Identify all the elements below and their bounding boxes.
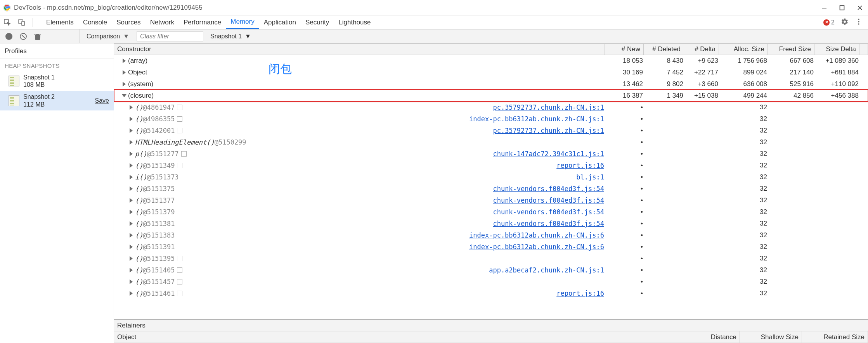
source-link[interactable]: chunk-vendors.f004ed3f.js:54: [493, 196, 604, 204]
expand-toggle-icon[interactable]: [130, 210, 133, 214]
settings-gear-icon[interactable]: [841, 18, 849, 27]
ret-col-distance[interactable]: Distance: [697, 331, 740, 343]
source-link[interactable]: chunk-vendors.f004ed3f.js:54: [493, 220, 604, 228]
expand-toggle-icon[interactable]: [130, 117, 133, 121]
view-mode-dropdown[interactable]: Comparison ▼: [83, 31, 133, 41]
ret-col-shallow[interactable]: Shallow Size: [740, 331, 802, 343]
closure-row[interactable]: () @5151391index-pc.bb6312ab.chunk.zh-CN…: [114, 241, 868, 253]
expand-toggle-icon[interactable]: [130, 221, 133, 226]
source-link[interactable]: chunk-vendors.f004ed3f.js:54: [493, 208, 604, 216]
tab-sources[interactable]: Sources: [112, 16, 145, 29]
record-button[interactable]: [5, 33, 12, 40]
constructor-row[interactable]: (closure)16 3871 349+15 038499 24442 856…: [114, 90, 868, 102]
col-deleted[interactable]: # Deleted: [644, 44, 684, 55]
closure-row[interactable]: () @4861947pc.35792737.chunk.zh-CN.js:1•…: [114, 102, 868, 113]
closure-row[interactable]: i() @5151373bl.js:1•32: [114, 171, 868, 183]
col-constructor[interactable]: Constructor: [114, 44, 605, 55]
col-new[interactable]: # New: [605, 44, 644, 55]
expand-toggle-icon[interactable]: [123, 82, 126, 86]
expand-toggle-icon[interactable]: [130, 105, 133, 110]
expand-toggle-icon[interactable]: [130, 233, 133, 238]
constructor-row[interactable]: Object30 1697 452+22 717899 024217 140+6…: [114, 67, 868, 78]
expand-toggle-icon[interactable]: [123, 59, 126, 63]
minimize-button[interactable]: [821, 4, 828, 11]
expand-toggle-icon[interactable]: [130, 268, 133, 272]
expand-toggle-icon[interactable]: [130, 279, 133, 284]
closure-row[interactable]: () @5151461report.js:16•32: [114, 288, 868, 299]
expand-toggle-icon[interactable]: [130, 245, 133, 249]
closure-row[interactable]: () @5151381chunk-vendors.f004ed3f.js:54•…: [114, 218, 868, 229]
tab-application[interactable]: Application: [259, 16, 301, 29]
inspect-element-icon[interactable]: [3, 18, 12, 27]
ret-col-retained[interactable]: Retained Size: [802, 331, 868, 343]
closure-row[interactable]: () @5151377chunk-vendors.f004ed3f.js:54•…: [114, 195, 868, 206]
base-snapshot-dropdown[interactable]: Snapshot 1 ▼: [207, 32, 254, 41]
closure-row[interactable]: () @5151383index-pc.bb6312ab.chunk.zh-CN…: [114, 229, 868, 241]
snapshot-item[interactable]: Snapshot 2112 MBSave: [0, 91, 114, 110]
source-link[interactable]: index-pc.bb6312ab.chunk.zh-CN.js:1: [469, 115, 604, 123]
more-menu-icon[interactable]: [855, 18, 863, 27]
source-link[interactable]: index-pc.bb6312ab.chunk.zh-CN.js:6: [469, 243, 604, 251]
save-link[interactable]: Save: [95, 97, 109, 104]
error-count-badge[interactable]: ✕ 2: [823, 19, 835, 26]
source-link[interactable]: chunk-147adc72.394c31c1.js:1: [493, 150, 604, 158]
cell-new: •: [607, 195, 646, 206]
closure-row[interactable]: () @5151395•32: [114, 253, 868, 264]
tab-memory[interactable]: Memory: [226, 16, 259, 29]
closure-row[interactable]: HTMLHeadingElement() @5150299•32: [114, 136, 868, 148]
source-link[interactable]: pc.35792737.chunk.zh-CN.js:1: [493, 127, 604, 134]
delete-profile-icon[interactable]: [34, 33, 42, 40]
expand-toggle-icon[interactable]: [122, 94, 126, 97]
expand-toggle-icon[interactable]: [130, 186, 133, 191]
closure-row[interactable]: () @5151379chunk-vendors.f004ed3f.js:54•…: [114, 206, 868, 218]
maximize-button[interactable]: [839, 4, 845, 11]
tab-lighthouse[interactable]: Lighthouse: [334, 16, 375, 29]
source-link[interactable]: chunk-vendors.f004ed3f.js:54: [493, 185, 604, 193]
source-link[interactable]: report.js:16: [556, 290, 604, 297]
grid-body[interactable]: 闭包 (array)18 0538 430+9 6231 756 968667 …: [114, 55, 868, 319]
col-freed-size[interactable]: Freed Size: [768, 44, 814, 55]
class-filter-input[interactable]: [137, 31, 203, 41]
closure-row[interactable]: p() @5151277chunk-147adc72.394c31c1.js:1…: [114, 148, 868, 160]
tab-performance[interactable]: Performance: [179, 16, 226, 29]
expand-toggle-icon[interactable]: [130, 140, 133, 145]
cell-new: 13 462: [607, 78, 646, 90]
clear-profiles-icon[interactable]: [19, 33, 27, 40]
tab-console[interactable]: Console: [78, 16, 112, 29]
closure-row[interactable]: () @4986355index-pc.bb6312ab.chunk.zh-CN…: [114, 113, 868, 125]
chevron-down-icon: ▼: [123, 33, 129, 40]
source-link[interactable]: bl.js:1: [576, 173, 604, 181]
expand-toggle-icon[interactable]: [130, 198, 133, 203]
col-size-delta[interactable]: Size Delta: [814, 44, 859, 55]
close-button[interactable]: [856, 4, 863, 11]
window-title: DevTools - mp.csdn.net/mp_blog/creation/…: [14, 4, 821, 12]
expand-toggle-icon[interactable]: [130, 152, 133, 156]
col-delta[interactable]: # Delta: [684, 44, 719, 55]
cell-alloc-size: 32: [721, 125, 770, 136]
closure-row[interactable]: () @5151375chunk-vendors.f004ed3f.js:54•…: [114, 183, 868, 195]
expand-toggle-icon[interactable]: [130, 163, 133, 168]
expand-toggle-icon[interactable]: [123, 70, 126, 75]
constructor-row[interactable]: (array)18 0538 430+9 6231 756 968667 608…: [114, 55, 868, 67]
tab-network[interactable]: Network: [146, 16, 179, 29]
tab-elements[interactable]: Elements: [42, 16, 78, 29]
toggle-device-icon[interactable]: [17, 18, 26, 27]
ret-col-object[interactable]: Object: [114, 331, 697, 343]
source-link[interactable]: app.a2becaf2.chunk.zh-CN.js:1: [489, 266, 604, 274]
tab-security[interactable]: Security: [301, 16, 334, 29]
expand-toggle-icon[interactable]: [130, 256, 133, 261]
source-link[interactable]: index-pc.bb6312ab.chunk.zh-CN.js:6: [469, 231, 604, 239]
col-alloc-size[interactable]: Alloc. Size: [719, 44, 768, 55]
expand-toggle-icon[interactable]: [130, 291, 133, 296]
closure-row[interactable]: () @5151349report.js:16•32: [114, 160, 868, 171]
expand-toggle-icon[interactable]: [130, 175, 133, 179]
closure-row[interactable]: () @5142001pc.35792737.chunk.zh-CN.js:1•…: [114, 125, 868, 136]
closure-row[interactable]: () @5151457•32: [114, 276, 868, 288]
closure-row[interactable]: () @5151405app.a2becaf2.chunk.zh-CN.js:1…: [114, 264, 868, 276]
source-link[interactable]: pc.35792737.chunk.zh-CN.js:1: [493, 103, 604, 111]
expand-toggle-icon[interactable]: [130, 128, 133, 133]
snapshot-item[interactable]: Snapshot 1108 MB: [0, 71, 114, 91]
source-link[interactable]: report.js:16: [556, 162, 604, 169]
retainers-panel: Retainers Object Distance Shallow Size R…: [114, 319, 868, 343]
constructor-row[interactable]: (system)13 4629 802+3 660636 008525 916+…: [114, 78, 868, 90]
